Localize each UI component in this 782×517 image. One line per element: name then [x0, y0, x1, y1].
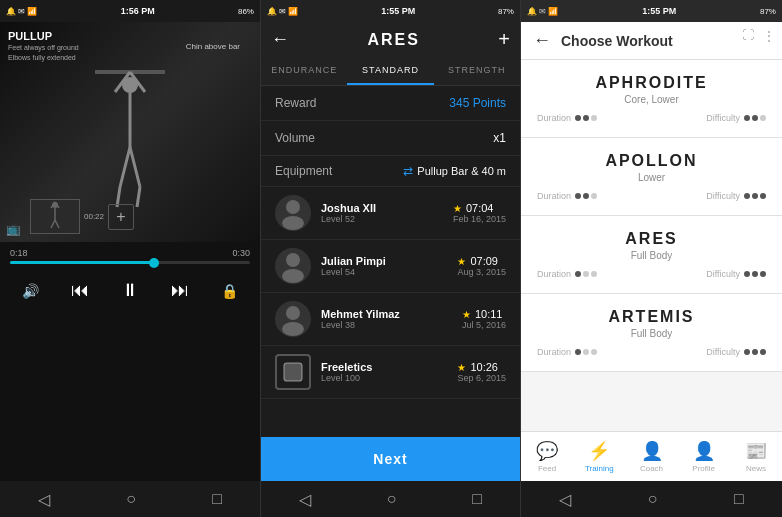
- lb-level-1: Level 54: [321, 267, 447, 277]
- exercise-figure: [85, 57, 175, 217]
- progress-dot: [149, 258, 159, 268]
- thumb-add-area: 00:22 +: [30, 199, 134, 234]
- tab-endurance[interactable]: ENDURANCE: [261, 57, 347, 85]
- reward-label: Reward: [275, 96, 316, 110]
- home-nav-3[interactable]: ○: [648, 490, 658, 508]
- lb-right-3: ★ 10:26 Sep 6, 2015: [457, 361, 506, 383]
- feed-label: Feed: [538, 464, 556, 473]
- apps-nav-1[interactable]: □: [212, 490, 222, 508]
- tab-strength[interactable]: STRENGTH: [434, 57, 520, 85]
- leaderboard-item[interactable]: Freeletics Level 100 ★ 10:26 Sep 6, 2015: [261, 346, 520, 399]
- exercise-cue1: Feet always off ground: [8, 44, 79, 51]
- lb-date-1: Aug 3, 2015: [457, 267, 506, 277]
- panel1-nav: ◁ ○ □: [0, 481, 260, 517]
- svg-rect-22: [284, 363, 302, 381]
- info-section: Reward 345 Points Volume x1 Equipment ⇄ …: [261, 86, 520, 187]
- lb-info-2: Mehmet Yilmaz Level 38: [321, 308, 452, 330]
- video-player-panel: 🔔 ✉ 📶 1:56 PM 86% PULLUP Feet always off…: [0, 0, 260, 517]
- workout-sub-2: Full Body: [537, 250, 766, 261]
- thumbnail-preview[interactable]: [30, 199, 80, 234]
- lb-info-0: Joshua XII Level 52: [321, 202, 443, 224]
- svg-point-21: [282, 322, 304, 336]
- profile-icon: 👤: [693, 440, 715, 462]
- progress-section: 0:18 0:30: [0, 242, 260, 270]
- workout-sub-0: Core, Lower: [537, 94, 766, 105]
- leaderboard: Joshua XII Level 52 ★ 07:04 Feb 16, 2015…: [261, 187, 520, 437]
- bottom-nav: 💬 Feed ⚡ Training 👤 Coach 👤 Profile 📰 Ne…: [521, 431, 782, 481]
- back-nav-3[interactable]: ◁: [559, 490, 571, 509]
- choose-workout-panel: 🔔 ✉ 📶 1:55 PM 87% ← Choose Workout APHRO…: [521, 0, 782, 517]
- lb-time-1: ★ 07:09: [457, 255, 506, 267]
- difficulty-dots-3: [744, 349, 766, 355]
- status-bar-2: 🔔 ✉ 📶 1:55 PM 87%: [261, 0, 520, 22]
- workout-name-3: ARTEMIS: [537, 308, 766, 326]
- svg-point-19: [282, 269, 304, 283]
- status-icons-left: 🔔 ✉ 📶: [6, 7, 37, 16]
- tab-standard[interactable]: STANDARD: [347, 57, 433, 85]
- volume-label: Volume: [275, 131, 315, 145]
- workout-card-artemis[interactable]: ARTEMIS Full Body Duration Difficulty: [521, 294, 782, 372]
- current-time: 0:18: [10, 248, 28, 258]
- nav-news[interactable]: 📰 News: [730, 440, 782, 473]
- lb-right-1: ★ 07:09 Aug 3, 2015: [457, 255, 506, 277]
- equipment-value: Pullup Bar & 40 m: [417, 165, 506, 177]
- thumb-timestamp: 00:22: [84, 212, 104, 221]
- back-button-2[interactable]: ←: [271, 29, 289, 50]
- workout-card-ares[interactable]: ARES Full Body Duration Difficulty: [521, 216, 782, 294]
- pause-button[interactable]: ⏸: [121, 280, 139, 301]
- reward-row: Reward 345 Points: [261, 86, 520, 121]
- back-nav-1[interactable]: ◁: [38, 490, 50, 509]
- apps-nav-2[interactable]: □: [472, 490, 482, 508]
- back-button-3[interactable]: ←: [533, 30, 551, 51]
- add-button-2[interactable]: +: [498, 28, 510, 51]
- nav-training[interactable]: ⚡ Training: [573, 440, 625, 473]
- status-time-1: 1:56 PM: [121, 6, 155, 16]
- workout-card-aphrodite[interactable]: APHRODITE Core, Lower Duration Difficult…: [521, 60, 782, 138]
- coach-icon: 👤: [641, 440, 663, 462]
- thumbnail-row: 📺: [6, 222, 21, 236]
- lb-level-3: Level 100: [321, 373, 447, 383]
- workout-sub-3: Full Body: [537, 328, 766, 339]
- svg-line-6: [130, 147, 140, 187]
- difficulty-dots-1: [744, 193, 766, 199]
- svg-line-8: [137, 187, 140, 207]
- workout-meta-2: Duration Difficulty: [537, 269, 766, 279]
- apps-nav-3[interactable]: □: [734, 490, 744, 508]
- nav-coach[interactable]: 👤 Coach: [625, 440, 677, 473]
- status-icons-2: 🔔 ✉ 📶: [267, 7, 298, 16]
- svg-point-17: [282, 216, 304, 230]
- status-right-1: 86%: [238, 7, 254, 16]
- workout-card-apollon[interactable]: APOLLON Lower Duration Difficulty: [521, 138, 782, 216]
- back-nav-2[interactable]: ◁: [299, 490, 311, 509]
- controls-row: 🔊 ⏮ ⏸ ⏭ 🔒: [0, 270, 260, 311]
- forward-button[interactable]: ⏭: [171, 280, 189, 301]
- nav-profile[interactable]: 👤 Profile: [678, 440, 730, 473]
- nav-feed[interactable]: 💬 Feed: [521, 440, 573, 473]
- home-nav-1[interactable]: ○: [126, 490, 136, 508]
- screen-icon: 📺: [6, 222, 21, 236]
- leaderboard-item[interactable]: Joshua XII Level 52 ★ 07:04 Feb 16, 2015: [261, 187, 520, 240]
- leaderboard-item[interactable]: Mehmet Yilmaz Level 38 ★ 10:11 Jul 5, 20…: [261, 293, 520, 346]
- progress-bar[interactable]: [10, 261, 250, 264]
- lb-info-3: Freeletics Level 100: [321, 361, 447, 383]
- time-row: 0:18 0:30: [10, 248, 250, 258]
- video-area: PULLUP Feet always off ground Elbows ful…: [0, 22, 260, 242]
- add-thumbnail-button[interactable]: +: [108, 204, 134, 230]
- equipment-label: Equipment: [275, 164, 332, 178]
- next-button[interactable]: Next: [261, 437, 520, 481]
- lb-name-2: Mehmet Yilmaz: [321, 308, 452, 320]
- duration-dots-0: [575, 115, 597, 121]
- lb-name-1: Julian Pimpi: [321, 255, 447, 267]
- volume-button[interactable]: 🔊: [22, 283, 39, 299]
- avatar-1: [275, 248, 311, 284]
- difficulty-dots-0: [744, 115, 766, 121]
- home-nav-2[interactable]: ○: [387, 490, 397, 508]
- duration-dots-2: [575, 271, 597, 277]
- feed-icon: 💬: [536, 440, 558, 462]
- tabs-row: ENDURANCE STANDARD STRENGTH: [261, 57, 520, 86]
- lb-right-2: ★ 10:11 Jul 5, 2016: [462, 308, 506, 330]
- leaderboard-item[interactable]: Julian Pimpi Level 54 ★ 07:09 Aug 3, 201…: [261, 240, 520, 293]
- workout-meta-1: Duration Difficulty: [537, 191, 766, 201]
- rewind-button[interactable]: ⏮: [71, 280, 89, 301]
- lock-button[interactable]: 🔒: [221, 283, 238, 299]
